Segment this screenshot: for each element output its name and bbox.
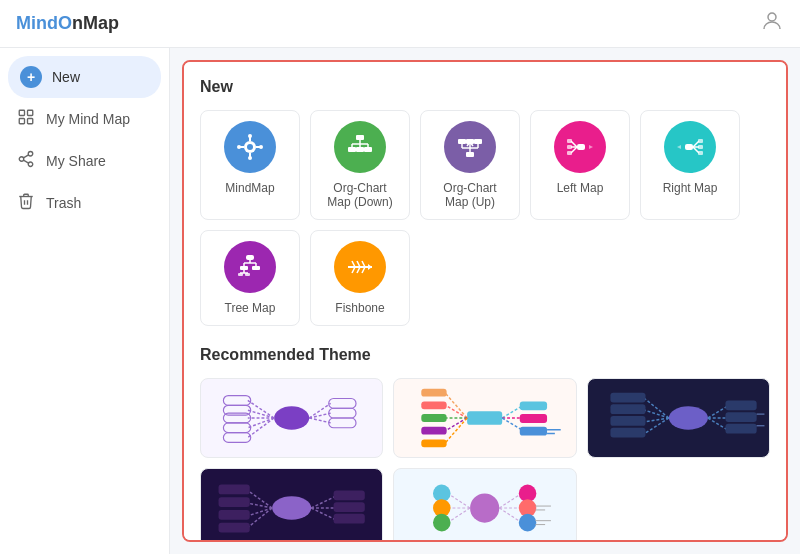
svg-point-16: [248, 134, 252, 138]
template-left-map[interactable]: Left Map: [530, 110, 630, 220]
svg-rect-100: [422, 427, 447, 435]
svg-line-75: [248, 400, 274, 418]
svg-rect-107: [520, 427, 547, 436]
trash-icon: [16, 192, 36, 214]
svg-rect-132: [219, 485, 250, 495]
svg-point-110: [669, 406, 708, 429]
svg-rect-1: [19, 110, 24, 115]
svg-line-112: [644, 410, 668, 418]
svg-rect-65: [245, 273, 250, 276]
svg-rect-61: [252, 266, 260, 270]
org-chart-down-icon: [334, 121, 386, 173]
template-tree-map[interactable]: Tree Map: [200, 230, 300, 326]
sidebar-item-new[interactable]: + New: [8, 56, 161, 98]
svg-marker-46: [589, 145, 593, 149]
svg-rect-44: [567, 145, 572, 149]
svg-rect-64: [238, 273, 243, 276]
theme-colorful[interactable]: [393, 378, 576, 458]
my-share-icon: [16, 150, 36, 172]
svg-rect-122: [725, 400, 756, 410]
svg-line-95: [446, 418, 467, 431]
template-right-map[interactable]: Right Map: [640, 110, 740, 220]
theme-dark-blue[interactable]: [587, 378, 770, 458]
fishbone-icon: [334, 241, 386, 293]
svg-line-145: [448, 508, 470, 523]
svg-line-9: [23, 155, 28, 158]
svg-rect-60: [240, 266, 248, 270]
left-map-label: Left Map: [557, 181, 604, 195]
svg-line-143: [448, 493, 470, 508]
sidebar-item-trash-label: Trash: [46, 195, 81, 211]
svg-rect-117: [610, 416, 645, 426]
svg-line-93: [446, 405, 467, 418]
sidebar: + New My Mind Map: [0, 48, 170, 554]
svg-line-8: [23, 160, 28, 163]
theme-light-bubbles[interactable]: [393, 468, 576, 542]
main-inner-panel: New: [182, 60, 788, 542]
svg-point-0: [768, 13, 776, 21]
svg-line-79: [248, 418, 274, 438]
sidebar-item-my-share-label: My Share: [46, 153, 106, 169]
svg-rect-133: [219, 497, 250, 507]
svg-rect-115: [610, 393, 645, 403]
svg-line-102: [503, 406, 523, 418]
svg-line-87: [309, 418, 330, 423]
svg-point-154: [519, 514, 537, 532]
svg-rect-105: [520, 401, 547, 410]
template-org-chart-up[interactable]: Org-Chart Map (Up): [420, 110, 520, 220]
svg-rect-124: [725, 424, 756, 434]
svg-line-76: [248, 410, 274, 418]
sidebar-item-trash[interactable]: Trash: [0, 182, 169, 224]
left-map-icon: [554, 121, 606, 173]
svg-rect-139: [334, 490, 365, 500]
svg-line-78: [248, 418, 274, 428]
svg-line-131: [248, 508, 272, 528]
svg-rect-84: [223, 433, 250, 443]
svg-rect-134: [219, 510, 250, 520]
theme-dark-purple[interactable]: [200, 468, 383, 542]
sidebar-item-my-mind-map[interactable]: My Mind Map: [0, 98, 169, 140]
svg-line-136: [311, 496, 335, 508]
svg-line-104: [503, 418, 523, 430]
svg-rect-51: [698, 139, 703, 143]
svg-rect-123: [725, 412, 756, 422]
template-grid: MindMap: [200, 110, 770, 326]
svg-rect-39: [577, 144, 585, 150]
svg-rect-118: [610, 428, 645, 438]
svg-rect-98: [422, 401, 447, 409]
svg-rect-97: [422, 389, 447, 397]
svg-rect-140: [334, 502, 365, 512]
tree-map-icon: [224, 241, 276, 293]
svg-rect-26: [348, 147, 356, 152]
svg-rect-91: [467, 411, 502, 425]
svg-rect-141: [334, 514, 365, 524]
svg-rect-2: [28, 110, 33, 115]
svg-rect-43: [567, 139, 572, 143]
svg-line-151: [500, 508, 522, 523]
svg-line-111: [644, 399, 668, 419]
svg-point-19: [259, 145, 263, 149]
template-fishbone[interactable]: Fishbone: [310, 230, 410, 326]
sidebar-item-my-share[interactable]: My Share: [0, 140, 169, 182]
svg-rect-90: [329, 418, 356, 428]
header: MindOnMap: [0, 0, 800, 48]
svg-line-138: [311, 508, 335, 520]
logo: MindOnMap: [16, 13, 119, 34]
theme-grid: [200, 378, 770, 542]
svg-rect-31: [474, 139, 482, 144]
theme-light-purple[interactable]: [200, 378, 383, 458]
svg-rect-20: [356, 135, 364, 140]
sidebar-item-new-label: New: [52, 69, 80, 85]
org-chart-down-label: Org-Chart Map (Down): [321, 181, 399, 209]
tree-map-label: Tree Map: [225, 301, 276, 315]
user-icon[interactable]: [760, 9, 784, 38]
template-mindmap[interactable]: MindMap: [200, 110, 300, 220]
svg-rect-89: [329, 408, 356, 418]
svg-rect-53: [698, 151, 703, 155]
main-content: New: [170, 48, 800, 554]
template-org-chart-down[interactable]: Org-Chart Map (Down): [310, 110, 410, 220]
svg-line-92: [446, 394, 467, 418]
svg-marker-67: [368, 264, 372, 270]
svg-point-6: [19, 157, 24, 162]
svg-rect-29: [458, 139, 466, 144]
